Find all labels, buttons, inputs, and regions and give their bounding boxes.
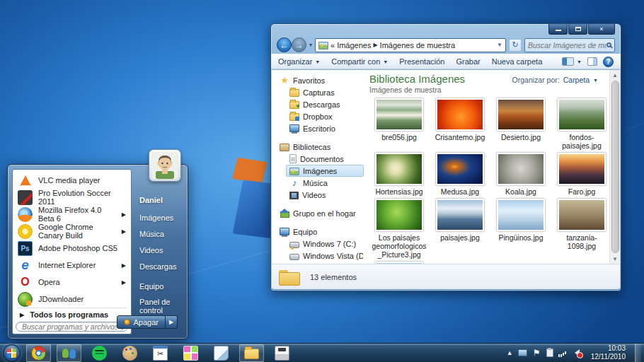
file-thumbnail[interactable]: [497, 199, 545, 231]
minimize-button[interactable]: [548, 24, 568, 35]
file-item[interactable]: tanzania-1098.jpg: [552, 199, 609, 259]
close-button[interactable]: ×: [588, 24, 615, 35]
search-input[interactable]: [528, 41, 606, 49]
place-item-descargas[interactable]: Descargas: [132, 258, 183, 274]
scroll-down-icon[interactable]: ▼: [612, 254, 618, 264]
scrollbar-thumb[interactable]: [611, 81, 619, 253]
file-thumbnail[interactable]: [375, 199, 423, 231]
sidebar-item-escritorio[interactable]: Escritorio: [286, 122, 364, 134]
place-item-videos[interactable]: Videos: [132, 242, 183, 258]
tray-pc-icon[interactable]: [518, 349, 527, 356]
file-item[interactable]: Faro.jpg: [552, 153, 609, 196]
place-item-im-genes[interactable]: Imágenes: [132, 209, 183, 226]
file-thumbnail[interactable]: [497, 153, 545, 185]
address-dropdown-icon[interactable]: ▼: [497, 42, 502, 48]
file-thumbnail[interactable]: [558, 98, 606, 131]
file-item[interactable]: Crisantemo.jpg: [430, 98, 490, 150]
file-item[interactable]: Koala.jpg: [491, 153, 551, 196]
address-bar[interactable]: « Imágenes ▶ Imágenes de muestra ▼: [315, 38, 506, 52]
preview-pane-button[interactable]: [587, 57, 597, 66]
library-subtitle[interactable]: Imágenes de muestra: [369, 86, 465, 94]
sidebar-item-documentos[interactable]: Documentos: [286, 153, 364, 165]
shutdown-options-arrow[interactable]: ▶: [166, 315, 178, 329]
file-item[interactable]: bre056.jpg: [369, 98, 429, 150]
forward-button[interactable]: →: [292, 37, 306, 52]
tray-signal-icon[interactable]: [558, 349, 568, 358]
place-item-panel-de-control[interactable]: Panel de control: [132, 298, 183, 314]
taskbar-messenger-button[interactable]: [57, 344, 81, 362]
sidebar-item-windows-7-c-[interactable]: Windows 7 (C:): [286, 238, 364, 250]
taskbar-explorer-button[interactable]: [239, 344, 264, 362]
file-item[interactable]: Medusa.jpg: [430, 153, 490, 196]
sidebar-item-dropbox[interactable]: Dropbox: [286, 110, 364, 122]
show-desktop-button[interactable]: [635, 344, 641, 362]
program-item-firefox[interactable]: Mozilla Firefox 4.0 Beta 6▶: [16, 206, 128, 223]
all-programs-item[interactable]: ▶ Todos los programas: [16, 310, 128, 320]
shutdown-button[interactable]: Apagar: [117, 315, 166, 329]
taskbar-clock[interactable]: 10:03 12/11/2010: [587, 344, 630, 362]
change-view-button[interactable]: ▼: [562, 57, 582, 66]
file-thumbnail[interactable]: [497, 98, 545, 131]
breadcrumb-overflow[interactable]: «: [330, 41, 335, 49]
sidebar-item-capturas[interactable]: Capturas: [286, 86, 364, 98]
start-search-box[interactable]: [16, 322, 128, 332]
recent-pages-chevron-icon[interactable]: ▾: [309, 42, 312, 48]
search-icon[interactable]: [606, 42, 611, 47]
taskbar-chrome-button[interactable]: [26, 344, 51, 362]
organize-by-value[interactable]: Carpeta: [563, 76, 590, 84]
file-thumbnail[interactable]: [558, 153, 606, 185]
user-avatar[interactable]: [149, 149, 181, 182]
scroll-up-icon[interactable]: ▲: [612, 70, 618, 80]
program-item-opera[interactable]: OOpera▶: [16, 274, 128, 291]
file-item[interactable]: Desierto.jpg: [491, 98, 551, 150]
breadcrumb-separator-icon[interactable]: ▶: [373, 42, 377, 48]
file-item[interactable]: fondos-paisajes.jpg: [552, 98, 609, 150]
tray-vol-icon[interactable]: [573, 349, 582, 358]
file-item[interactable]: Los paisajes geomorfologicos _Picture3.j…: [369, 199, 429, 259]
taskbar-notes-button[interactable]: [209, 344, 234, 362]
file-item[interactable]: Pingüinos.jpg: [491, 199, 551, 259]
sidebar-item-equipo[interactable]: Equipo: [276, 226, 364, 238]
back-button[interactable]: ←: [277, 37, 292, 52]
sidebar-item-videos[interactable]: Videos: [286, 189, 364, 201]
search-box[interactable]: [524, 38, 615, 52]
file-thumbnail[interactable]: [436, 199, 484, 231]
vertical-scrollbar[interactable]: ▲ ▼: [609, 70, 620, 264]
show-hidden-icons-button[interactable]: ▲: [507, 349, 513, 356]
new-folder-button[interactable]: Nueva carpeta: [492, 57, 543, 66]
sidebar-item-windows-vista-d-[interactable]: Windows Vista (D:): [286, 250, 364, 262]
sidebar-item-descargas[interactable]: Descargas: [286, 98, 364, 110]
file-thumbnail[interactable]: [375, 98, 423, 131]
program-item-chrome-canary[interactable]: Google Chrome Canary Build▶: [16, 223, 128, 240]
program-item-vlc[interactable]: VLC media player: [16, 172, 128, 189]
breadcrumb-folder[interactable]: Imágenes de muestra: [380, 41, 455, 49]
breadcrumb-library[interactable]: Imágenes: [337, 41, 371, 49]
sidebar-item-grupo-en-el-hogar[interactable]: Grupo en el hogar: [276, 207, 364, 219]
sidebar-item-bibliotecas[interactable]: Bibliotecas: [276, 141, 364, 153]
share-with-menu[interactable]: Compartir con▼: [331, 57, 388, 66]
tray-clip-icon[interactable]: [546, 349, 553, 357]
refresh-button[interactable]: ↻: [509, 39, 522, 52]
taskbar-spotify-button[interactable]: [87, 344, 112, 362]
sidebar-item-im-genes[interactable]: Imágenes: [286, 165, 364, 177]
start-button[interactable]: [3, 344, 21, 362]
file-item[interactable]: paisajes.jpg: [430, 199, 490, 259]
file-thumbnail[interactable]: [436, 98, 484, 131]
program-item-pes[interactable]: Pro Evolution Soccer 2011: [16, 189, 128, 206]
place-item-equipo[interactable]: Equipo: [132, 278, 183, 294]
help-button[interactable]: ?: [603, 57, 614, 67]
maximize-button[interactable]: [568, 24, 587, 35]
title-bar[interactable]: ×: [271, 24, 621, 36]
taskbar-paint-button[interactable]: [117, 344, 142, 362]
start-search-input[interactable]: [22, 322, 117, 331]
burn-button[interactable]: Grabar: [456, 57, 480, 66]
file-thumbnail[interactable]: [375, 153, 423, 185]
place-item-m-sica[interactable]: Música: [132, 226, 183, 242]
file-thumbnail[interactable]: [558, 199, 606, 231]
taskbar-snipping-button[interactable]: [148, 344, 173, 362]
taskbar-faxscan-button[interactable]: [270, 344, 294, 362]
file-thumbnail[interactable]: [436, 153, 484, 185]
slideshow-button[interactable]: Presentación: [399, 57, 444, 66]
program-item-ie[interactable]: eInternet Explorer▶: [16, 257, 128, 274]
user-name-item[interactable]: Daniel: [132, 192, 183, 208]
